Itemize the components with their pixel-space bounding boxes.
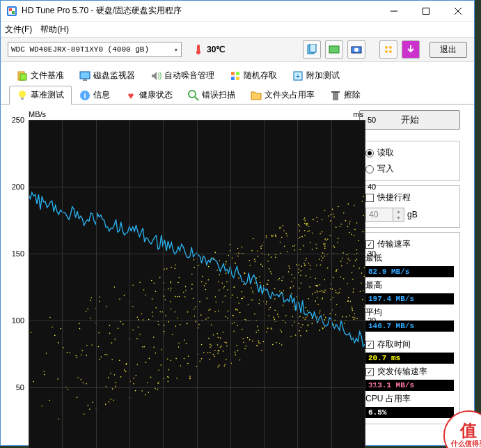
svg-point-462	[308, 226, 310, 227]
svg-point-726	[356, 258, 357, 260]
camera-button[interactable]	[347, 40, 365, 59]
svg-point-404	[110, 373, 111, 374]
svg-point-39	[168, 369, 170, 371]
svg-point-356	[244, 272, 245, 274]
svg-point-44	[216, 333, 218, 334]
svg-point-537	[259, 300, 260, 301]
access-check[interactable]: 存取时间	[365, 339, 454, 350]
svg-point-675	[322, 298, 323, 300]
svg-point-271	[334, 247, 336, 248]
tab-file-bench[interactable]: 文件基准	[9, 66, 72, 84]
read-radio[interactable]: 读取	[365, 147, 454, 159]
menu-help[interactable]: 帮助(H)	[40, 24, 69, 36]
svg-point-491	[185, 290, 187, 291]
svg-point-492	[315, 300, 316, 302]
svg-point-52	[287, 235, 288, 237]
svg-point-104	[281, 280, 283, 281]
svg-point-645	[271, 235, 272, 236]
svg-point-515	[223, 332, 224, 333]
svg-point-593	[155, 353, 157, 354]
svg-point-166	[147, 383, 148, 384]
spin-up[interactable]: ▲	[393, 208, 404, 215]
svg-point-210	[354, 314, 355, 315]
tab-info[interactable]: i信息	[72, 86, 118, 104]
svg-point-420	[363, 196, 364, 198]
tab-bulb[interactable]: 基准测试	[9, 86, 72, 104]
svg-point-236	[322, 290, 323, 291]
tab-speaker[interactable]: 自动噪音管理	[143, 66, 222, 84]
svg-point-106	[191, 288, 193, 290]
svg-point-320	[300, 335, 301, 337]
svg-point-477	[205, 318, 207, 320]
tab-scan[interactable]: 错误扫描	[180, 86, 243, 104]
svg-point-123	[224, 365, 226, 366]
stride-spinner[interactable]: 40 ▲▼	[365, 208, 404, 222]
svg-point-416	[217, 344, 219, 346]
svg-point-260	[326, 240, 327, 241]
close-button[interactable]	[442, 1, 474, 22]
svg-point-686	[324, 256, 326, 257]
write-radio[interactable]: 写入	[365, 163, 454, 175]
tab-extra[interactable]: +附加测试	[285, 66, 347, 84]
save-button[interactable]	[402, 40, 420, 59]
svg-point-302	[358, 268, 360, 269]
copy-info-button[interactable]	[303, 40, 321, 59]
menu-file[interactable]: 文件(F)	[5, 24, 32, 36]
svg-point-498	[302, 324, 303, 325]
svg-rect-34	[130, 91, 132, 94]
svg-point-604	[342, 258, 343, 259]
svg-point-219	[133, 378, 134, 379]
tab-health[interactable]: 健康状态	[118, 86, 180, 104]
svg-point-317	[301, 283, 302, 284]
tab-erase[interactable]: 擦除	[322, 86, 368, 104]
minimize-button[interactable]	[378, 1, 410, 22]
burst-check[interactable]: 突发传输速率	[365, 366, 454, 378]
svg-point-126	[208, 309, 210, 311]
svg-point-268	[324, 245, 326, 247]
svg-point-406	[279, 343, 281, 344]
svg-point-298	[77, 397, 78, 399]
tab-folder[interactable]: 文件夹占用率	[243, 86, 322, 104]
svg-text:i: i	[84, 91, 86, 100]
svg-point-115	[238, 277, 239, 279]
svg-point-208	[281, 344, 283, 346]
max-label: 最高	[365, 279, 454, 291]
tab-random[interactable]: 随机存取	[222, 66, 285, 84]
svg-point-118	[255, 332, 257, 333]
burst-value: 313.1 MB/s	[365, 380, 454, 391]
svg-point-670	[322, 219, 323, 220]
svg-point-253	[203, 285, 205, 286]
svg-point-380	[178, 342, 180, 343]
cpu-value: 6.5%	[365, 407, 454, 418]
svg-point-453	[340, 288, 341, 290]
exit-button[interactable]: 退出	[429, 42, 467, 58]
svg-point-486	[152, 316, 154, 317]
svg-point-500	[306, 275, 307, 277]
svg-point-489	[270, 307, 271, 308]
svg-point-142	[322, 291, 324, 293]
svg-point-466	[118, 327, 119, 329]
transfer-check[interactable]: 传输速率	[365, 238, 454, 250]
short-stroke-check[interactable]: 快捷行程	[365, 192, 454, 203]
svg-point-495	[158, 382, 159, 383]
svg-point-245	[299, 330, 300, 332]
svg-point-621	[99, 296, 100, 298]
svg-point-61	[312, 293, 313, 295]
svg-point-162	[251, 250, 253, 252]
svg-rect-26	[236, 77, 239, 80]
spin-down[interactable]: ▼	[393, 215, 404, 221]
svg-point-270	[350, 301, 352, 302]
screenshot-button[interactable]	[325, 40, 343, 59]
svg-point-457	[242, 247, 243, 248]
svg-point-579	[164, 299, 166, 300]
settings-button[interactable]	[379, 40, 397, 59]
svg-point-325	[336, 304, 338, 306]
maximize-button[interactable]	[410, 1, 442, 22]
svg-point-200	[258, 342, 260, 343]
svg-point-509	[194, 316, 196, 317]
tab-monitor[interactable]: 磁盘监视器	[72, 66, 143, 84]
svg-point-238	[320, 284, 321, 286]
svg-point-386	[170, 282, 171, 284]
drive-select[interactable]: WDC WD40EJRX-89T1XY0 (4000 gB)	[8, 42, 182, 57]
svg-point-432	[352, 307, 353, 308]
